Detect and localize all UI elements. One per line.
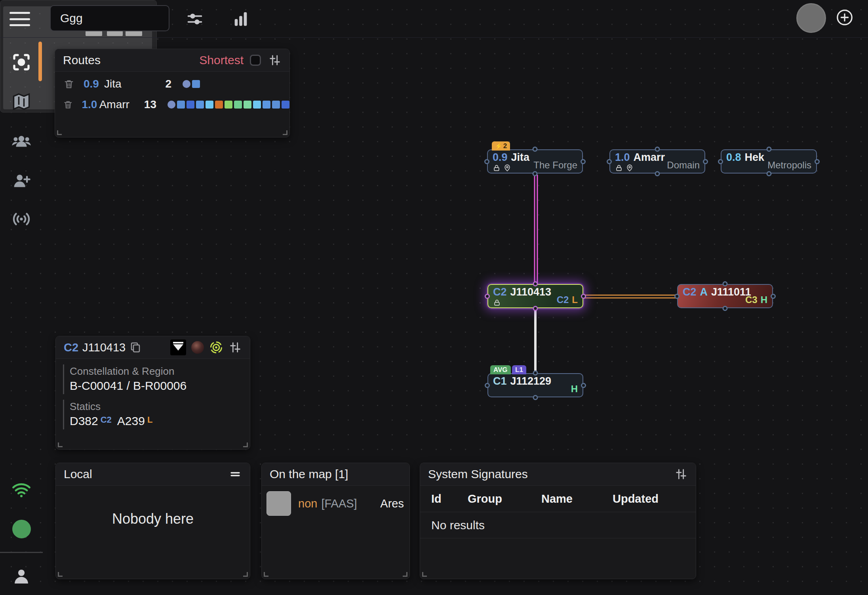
- pilot-corp-ticker: [FAAS]: [321, 497, 357, 510]
- sidebar-item-add-character[interactable]: [0, 164, 43, 198]
- security-tag: H: [761, 294, 767, 305]
- system-name: J112129: [510, 375, 552, 387]
- route-jump-count: 13: [139, 98, 156, 111]
- route-destination: Amarr: [99, 98, 139, 111]
- system-node-amarr[interactable]: 1.0 Amarr Domain: [609, 149, 705, 174]
- delete-route-icon[interactable]: [63, 78, 75, 90]
- connection-handle[interactable]: [533, 395, 538, 400]
- map-name-input[interactable]: [50, 5, 169, 31]
- resize-handle[interactable]: [57, 130, 62, 135]
- security-status: 1.0: [615, 151, 630, 163]
- add-button[interactable]: [836, 8, 854, 27]
- system-node-j112129[interactable]: AVG L1 C1 J112129 H: [487, 373, 583, 397]
- connection-handle[interactable]: [723, 281, 728, 286]
- connection-handle[interactable]: [723, 306, 728, 311]
- system-node-j110413-selected[interactable]: C2 J110413 C2 L: [487, 284, 583, 308]
- resize-handle[interactable]: [283, 130, 287, 135]
- connection-handle[interactable]: [607, 159, 612, 164]
- user-avatar[interactable]: [796, 3, 826, 33]
- connection-handle[interactable]: [581, 383, 586, 388]
- connection-handle[interactable]: [485, 383, 490, 388]
- connection-handle[interactable]: [674, 294, 680, 299]
- system-name: Hek: [745, 151, 765, 163]
- sidebar-item-profile[interactable]: [0, 560, 43, 593]
- local-title: Local: [64, 467, 92, 481]
- route-jump-dots: [168, 101, 289, 109]
- connection-handle[interactable]: [581, 159, 586, 164]
- lightning-icon: ⚡: [495, 143, 503, 150]
- connection-handle[interactable]: [533, 171, 538, 176]
- route-security: 1.0: [82, 98, 99, 111]
- route-row-jita[interactable]: 0.9 Jita 2: [63, 76, 289, 92]
- on-the-map-title: On the map [1]: [270, 467, 348, 481]
- jump-dot: [215, 101, 223, 109]
- column-group[interactable]: Group: [468, 492, 541, 505]
- signatures-settings-icon[interactable]: [674, 467, 688, 481]
- static-code: D382: [70, 414, 98, 427]
- wormhole-thumbnail[interactable]: [191, 341, 204, 354]
- statics-section: Statics D382C2A239L: [63, 400, 250, 429]
- column-id[interactable]: Id: [431, 492, 468, 505]
- resize-handle[interactable]: [243, 442, 248, 447]
- delete-route-icon[interactable]: [63, 99, 73, 110]
- column-updated[interactable]: Updated: [613, 492, 659, 505]
- connection-handle[interactable]: [581, 294, 586, 299]
- connection-handle[interactable]: [533, 281, 538, 286]
- scan-target-icon[interactable]: [209, 340, 223, 355]
- route-mode-checkbox[interactable]: [250, 55, 261, 66]
- system-node-jita[interactable]: ⚡ 2 0.9 Jita The Forge: [487, 149, 583, 174]
- jump-dot: [177, 101, 185, 109]
- map-filter-icon[interactable]: [185, 9, 205, 29]
- constellation-region-section: Constellation & Region B-C00041 / B-R000…: [63, 364, 250, 394]
- sidebar-item-broadcast[interactable]: [0, 202, 43, 236]
- connection-handle[interactable]: [655, 147, 660, 152]
- static-class-tag: C2: [557, 294, 569, 305]
- compact-rows-icon[interactable]: [228, 467, 242, 481]
- route-row-amarr[interactable]: 1.0 Amarr 13: [63, 96, 289, 113]
- resize-handle[interactable]: [422, 572, 427, 577]
- menu-icon[interactable]: [10, 12, 30, 26]
- jump-dot: [192, 80, 200, 88]
- lightning-badge: ⚡ 2: [492, 141, 510, 151]
- column-name[interactable]: Name: [541, 492, 613, 505]
- connection-handle[interactable]: [533, 370, 538, 376]
- connection-handle[interactable]: [533, 147, 538, 152]
- route-jump-count: 2: [151, 78, 171, 90]
- copy-icon[interactable]: [129, 341, 141, 353]
- jump-dot: [206, 101, 213, 109]
- activity-chart-icon[interactable]: [230, 9, 251, 29]
- resize-handle[interactable]: [403, 572, 407, 577]
- static-class-tag: C3: [745, 294, 758, 305]
- resize-handle[interactable]: [58, 442, 63, 447]
- system-node-j111011[interactable]: C2 A J111011 C3 H: [677, 284, 773, 308]
- system-class: C2: [64, 341, 78, 354]
- connection-handle[interactable]: [718, 159, 723, 164]
- online-status-dot: [0, 512, 43, 545]
- system-node-hek[interactable]: 0.8 Hek Metropolis: [721, 149, 817, 174]
- sidebar-item-characters[interactable]: [0, 125, 43, 158]
- connection-handle[interactable]: [703, 159, 708, 164]
- system-name: J110413: [82, 341, 126, 354]
- static-class: C2: [101, 415, 112, 425]
- route-mode-label[interactable]: Shortest: [199, 53, 244, 67]
- connection-handle[interactable]: [766, 147, 771, 152]
- signatures-header: System Signatures: [420, 463, 696, 486]
- connection-handle[interactable]: [655, 171, 660, 176]
- pilot-row[interactable]: non [FAAS] Ares: [266, 491, 404, 516]
- connection-handle[interactable]: [533, 306, 538, 311]
- sidebar-item-map[interactable]: [0, 85, 43, 118]
- collapse-filter-button[interactable]: [170, 339, 186, 355]
- routes-settings-icon[interactable]: [268, 53, 282, 67]
- resize-handle[interactable]: [58, 572, 63, 577]
- resize-handle[interactable]: [243, 572, 248, 577]
- connection-handle[interactable]: [484, 159, 489, 164]
- connection-handle[interactable]: [766, 171, 771, 176]
- connection-handle[interactable]: [815, 159, 820, 164]
- resize-handle[interactable]: [264, 572, 268, 577]
- info-settings-icon[interactable]: [228, 341, 242, 354]
- connection-handle[interactable]: [771, 294, 776, 299]
- static-code: A239: [117, 414, 145, 427]
- top-bar: [0, 0, 868, 38]
- sidebar-item-focus[interactable]: [0, 46, 43, 79]
- connection-handle[interactable]: [485, 294, 490, 299]
